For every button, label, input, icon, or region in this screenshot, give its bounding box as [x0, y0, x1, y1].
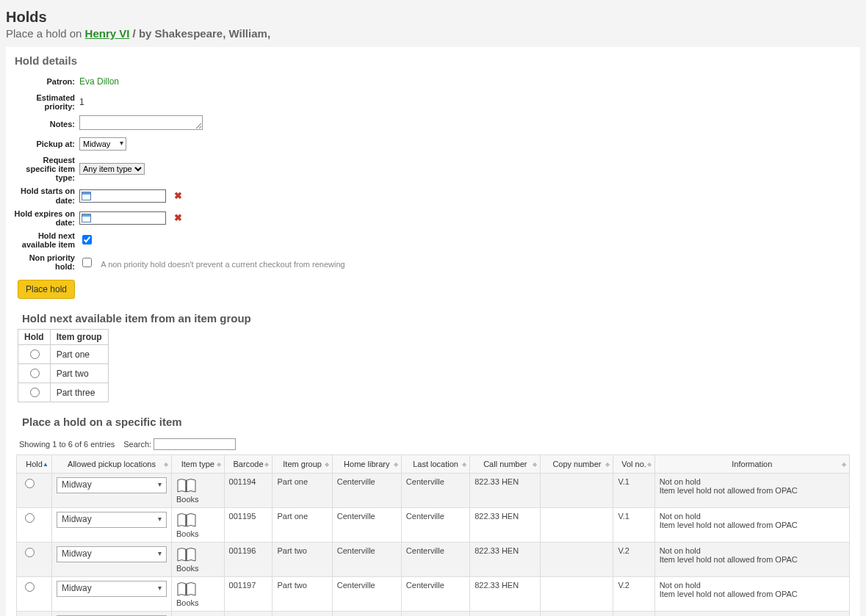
last-location: Centerville	[401, 474, 469, 508]
table-row: MidwayBooks001195Part oneCentervilleCent…	[17, 508, 850, 543]
pickup-location-select[interactable]: Midway	[57, 581, 167, 597]
subhead-after: / by Shakespeare, William,	[129, 27, 270, 40]
book-icon	[176, 581, 197, 597]
items-table: Hold ▲ Allowed pickup locations◆ Item ty…	[16, 454, 850, 616]
specific-heading: Place a hold on a specific item	[22, 416, 854, 428]
col-call[interactable]: Call number◆	[470, 455, 541, 474]
priority-label: Estimated priority:	[12, 93, 79, 111]
item-group-name: Part three	[50, 383, 108, 402]
item-group-radio[interactable]	[30, 369, 40, 378]
table-row: MidwayBooks001198Part threeCentervilleCe…	[17, 612, 850, 616]
vol-no: V.2	[613, 543, 654, 577]
home-library: Centerville	[332, 474, 401, 508]
barcode: 001197	[224, 577, 273, 612]
information: Not on holdItem level hold not allowed f…	[654, 577, 849, 612]
vol-no: V.3	[613, 612, 654, 616]
itemtype-name: Books	[176, 564, 199, 573]
pickup-location-select[interactable]: Midway	[57, 546, 167, 562]
priority-value: 1	[79, 97, 84, 107]
call-number: 822.33 HEN	[470, 612, 541, 616]
search-input[interactable]	[154, 438, 236, 450]
clear-startdate-icon[interactable]: ✖	[173, 191, 183, 201]
item-group-row: Part three	[18, 383, 109, 402]
table-row: MidwayBooks001194Part oneCentervilleCent…	[17, 474, 850, 508]
table-row: MidwayBooks001197Part twoCentervilleCent…	[17, 577, 850, 612]
record-title-link[interactable]: Henry VI	[85, 27, 130, 40]
item-group: Part two	[273, 577, 332, 612]
col-group[interactable]: Item group◆	[273, 455, 332, 474]
home-library: Centerville	[332, 508, 401, 543]
ig-col-hold: Hold	[18, 330, 51, 345]
patron-label: Patron:	[12, 77, 79, 86]
table-row: MidwayBooks001196Part twoCentervilleCent…	[17, 543, 850, 577]
col-vol[interactable]: Vol no.◆	[613, 455, 654, 474]
search-label: Search:	[123, 440, 151, 449]
subhead-prefix: Place a hold on	[6, 27, 85, 40]
startdate-label: Hold starts on date:	[12, 186, 79, 204]
barcode: 001196	[224, 543, 273, 577]
clear-expdate-icon[interactable]: ✖	[173, 213, 183, 223]
startdate-input[interactable]	[79, 189, 166, 203]
copy-number	[541, 508, 613, 543]
col-last[interactable]: Last location◆	[401, 455, 469, 474]
ig-col-group: Item group	[50, 330, 108, 345]
hold-item-radio[interactable]	[25, 548, 35, 557]
item-group-name: Part one	[50, 345, 108, 364]
pickup-location-select[interactable]: Midway	[57, 512, 167, 528]
item-group-table: Hold Item group Part onePart twoPart thr…	[18, 329, 109, 402]
information: Not on holdItem level hold not allowed f…	[654, 543, 849, 577]
home-library: Centerville	[332, 612, 401, 616]
itemtype-name: Books	[176, 495, 199, 504]
pickup-location-select[interactable]: Midway	[57, 477, 167, 493]
col-info[interactable]: Information◆	[654, 455, 849, 474]
hold-item-radio[interactable]	[25, 513, 35, 523]
col-itype[interactable]: Item type◆	[172, 455, 225, 474]
col-hold[interactable]: Hold ▲	[17, 455, 52, 474]
item-group-name: Part two	[50, 364, 108, 383]
expdate-input[interactable]	[79, 211, 166, 225]
barcode: 001195	[224, 508, 273, 543]
place-hold-button[interactable]: Place hold	[18, 280, 75, 299]
hold-item-radio[interactable]	[25, 582, 35, 592]
col-barcode[interactable]: Barcode◆	[224, 455, 273, 474]
book-icon	[176, 546, 197, 562]
expdate-label: Hold expires on date:	[12, 209, 79, 227]
pickup-label: Pickup at:	[12, 139, 79, 148]
copy-number	[541, 543, 613, 577]
hold-details-heading: Hold details	[15, 54, 854, 67]
notes-input[interactable]	[79, 115, 203, 130]
call-number: 822.33 HEN	[470, 508, 541, 543]
hold-item-radio[interactable]	[25, 479, 35, 488]
item-group-radio[interactable]	[30, 349, 40, 359]
col-pickup[interactable]: Allowed pickup locations◆	[52, 455, 172, 474]
nonpriority-hint: A non priority hold doesn't prevent a cu…	[101, 260, 344, 269]
patron-link[interactable]: Eva Dillon	[79, 76, 119, 87]
item-group-radio[interactable]	[30, 388, 40, 397]
itemtype-select[interactable]: Any item type	[79, 163, 145, 175]
book-icon	[176, 512, 197, 528]
item-group: Part one	[273, 474, 332, 508]
information: Not on holdItem level hold not allowed f…	[654, 612, 849, 616]
vol-no: V.1	[613, 508, 654, 543]
vol-no: V.1	[613, 474, 654, 508]
last-location: Centerville	[401, 543, 469, 577]
col-home[interactable]: Home library◆	[332, 455, 401, 474]
itemtype-name: Books	[176, 529, 199, 538]
nextavail-checkbox[interactable]	[82, 235, 92, 244]
barcode: 001194	[224, 474, 273, 508]
showing-text: Showing 1 to 6 of 6 entries	[19, 440, 115, 449]
nextavail-label: Hold next available item	[12, 231, 79, 249]
copy-number	[541, 577, 613, 612]
vol-no: V.2	[613, 577, 654, 612]
home-library: Centerville	[332, 577, 401, 612]
call-number: 822.33 HEN	[470, 474, 541, 508]
last-location: Centerville	[401, 577, 469, 612]
call-number: 822.33 HEN	[470, 543, 541, 577]
nonpriority-checkbox[interactable]	[82, 258, 92, 267]
notes-label: Notes:	[12, 120, 79, 128]
item-group: Part three	[273, 612, 332, 616]
pickup-select[interactable]: Midway	[79, 137, 126, 151]
col-copy[interactable]: Copy number◆	[541, 455, 613, 474]
item-group-row: Part one	[18, 345, 109, 364]
page-title: Holds	[6, 9, 860, 26]
